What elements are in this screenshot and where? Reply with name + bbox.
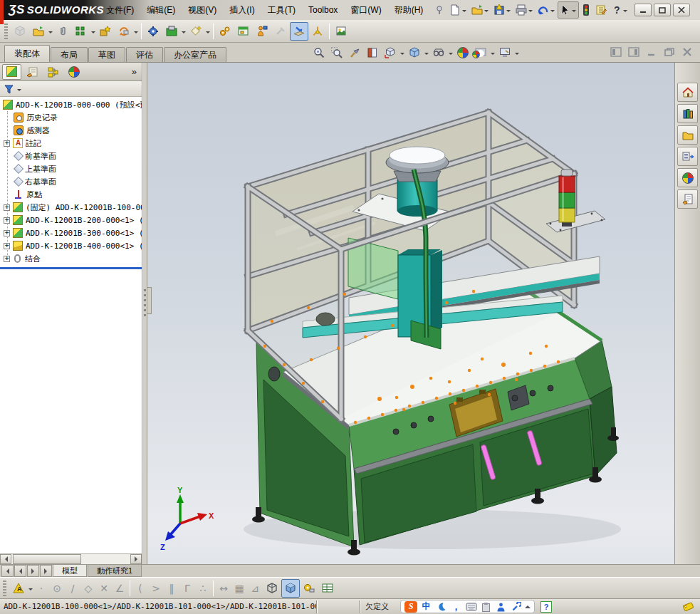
mate-icon[interactable]	[53, 22, 72, 41]
large-design-review-icon[interactable]	[290, 22, 308, 41]
smart-fasteners-icon[interactable]	[96, 22, 115, 41]
propertymanager-tab[interactable]	[23, 64, 42, 80]
ime-menu-arrow-icon[interactable]	[525, 603, 531, 608]
collapse-left-pane-icon[interactable]	[609, 46, 623, 58]
dropdown-arrow-icon[interactable]	[206, 31, 210, 36]
ime-toolbox-wrench-icon[interactable]	[510, 601, 522, 613]
expand-icon[interactable]	[4, 230, 10, 236]
menu-file[interactable]: 文件(F)	[100, 2, 140, 18]
tab-evaluate[interactable]: 评估	[126, 47, 163, 62]
expand-icon[interactable]	[4, 256, 10, 262]
line-icon[interactable]: /	[65, 581, 80, 596]
sketch-tools-icon[interactable]	[271, 22, 290, 41]
tab-sketch[interactable]: 草图	[88, 47, 125, 62]
pin-menu-icon[interactable]	[432, 1, 446, 19]
photoview-icon[interactable]	[332, 22, 350, 41]
dropdown-arrow-icon[interactable]	[515, 53, 519, 57]
trim-icon[interactable]: ✕	[96, 581, 112, 596]
tree-horizontal-scrollbar[interactable]	[0, 553, 142, 564]
statusbar-help-icon[interactable]: ?	[540, 601, 552, 613]
prev-tab-button[interactable]	[14, 565, 26, 577]
more-tabs-chevron[interactable]: »	[132, 66, 140, 77]
tree-item-component-100[interactable]: (固定) ADD-K-12001B-100-00	[0, 201, 142, 214]
dropdown-arrow-icon[interactable]	[623, 10, 627, 14]
zoom-to-area-icon[interactable]	[328, 45, 345, 61]
panel-flyout-tab[interactable]	[147, 287, 152, 314]
view-palette-icon[interactable]	[677, 147, 698, 166]
tab-layout[interactable]: 布局	[51, 47, 88, 62]
assembly-features-icon[interactable]	[144, 22, 162, 41]
reference-geometry-icon[interactable]	[187, 22, 205, 41]
sketch-pattern-icon[interactable]: ∴	[195, 581, 211, 596]
ime-punctuation-icon[interactable]: ，	[450, 601, 462, 613]
zoom-to-fit-icon[interactable]	[310, 45, 328, 61]
first-tab-button[interactable]	[1, 565, 14, 577]
expand-icon[interactable]	[4, 217, 10, 224]
corner-icon[interactable]: Γ	[179, 581, 195, 596]
tree-item-front-plane[interactable]: 前基準面	[0, 150, 142, 162]
dropdown-arrow-icon[interactable]	[449, 53, 453, 57]
linear-component-pattern-icon[interactable]	[72, 22, 90, 41]
grid-icon[interactable]: ▦	[231, 581, 247, 596]
soft-keyboard-icon[interactable]	[465, 601, 477, 613]
appearances-icon[interactable]	[677, 168, 698, 187]
dropdown-arrow-icon[interactable]	[134, 31, 138, 36]
dimension-icon[interactable]: ↔	[216, 581, 231, 596]
measure-icon[interactable]	[300, 579, 318, 598]
toolbar-grip[interactable]	[3, 581, 6, 596]
selection-filter-icon[interactable]	[580, 1, 592, 19]
tree-item-sensors[interactable]: 感测器	[0, 124, 142, 137]
table-icon[interactable]	[318, 579, 337, 598]
menu-edit[interactable]: 编辑(E)	[140, 2, 182, 18]
tree-item-history[interactable]: 历史记录	[0, 111, 142, 124]
shaded-view-icon[interactable]	[281, 579, 300, 598]
menu-tools[interactable]: 工具(T)	[261, 2, 302, 18]
ime-fullwidth-moon-icon[interactable]	[435, 601, 447, 613]
open-button[interactable]	[469, 1, 491, 19]
scrollbar-thumb[interactable]	[13, 554, 81, 564]
interference-detection-icon[interactable]	[253, 22, 271, 41]
previous-view-icon[interactable]	[346, 45, 363, 61]
tab-office-products[interactable]: 办公室产品	[164, 47, 226, 62]
print-button[interactable]	[513, 1, 535, 19]
expand-icon[interactable]	[4, 243, 10, 249]
edit-appearance-icon[interactable]	[454, 45, 471, 61]
close-button[interactable]	[673, 4, 690, 16]
configurationmanager-tab[interactable]	[43, 64, 63, 80]
instant3d-icon[interactable]	[308, 22, 327, 41]
panel-splitter[interactable]	[142, 63, 147, 564]
minimize-button[interactable]	[634, 4, 652, 16]
doc-close-button[interactable]	[680, 46, 694, 58]
move-component-icon[interactable]	[115, 22, 133, 41]
tree-item-root[interactable]: ADD-K-12001B-000-000 (預設<預	[0, 98, 142, 111]
tab-assembly[interactable]: 装配体	[4, 45, 50, 62]
dropdown-arrow-icon[interactable]	[484, 10, 489, 14]
next-tab-button[interactable]	[27, 565, 39, 577]
annotation-button[interactable]	[593, 1, 609, 19]
tree-item-origin[interactable]: 原點	[0, 188, 142, 201]
toolbar-grip[interactable]	[4, 24, 8, 39]
tree-item-top-plane[interactable]: 上基準面	[0, 162, 142, 175]
insert-components-icon[interactable]	[11, 22, 29, 41]
graphics-area[interactable]: Y X Z	[147, 63, 674, 564]
custom-properties-icon[interactable]	[677, 189, 698, 209]
sogou-ime-icon[interactable]: S	[404, 601, 417, 613]
dropdown-arrow-icon[interactable]	[28, 588, 33, 593]
doc-restore-button[interactable]	[662, 46, 677, 58]
restore-button[interactable]	[654, 4, 671, 16]
select-tool-button[interactable]	[558, 1, 579, 19]
dropdown-arrow-icon[interactable]	[48, 31, 53, 36]
view-orientation-icon[interactable]	[382, 45, 399, 61]
menu-insert[interactable]: 插入(I)	[223, 2, 261, 18]
featuremanager-tree-tab[interactable]	[2, 64, 21, 80]
ime-toolbar[interactable]: S 中 ，	[400, 600, 535, 613]
display-style-icon[interactable]	[406, 45, 423, 61]
sketch-warning-icon[interactable]: A	[9, 579, 28, 598]
scroll-right-button[interactable]	[130, 554, 142, 564]
dropdown-arrow-icon[interactable]	[91, 31, 95, 36]
menu-toolbox[interactable]: Toolbox	[302, 2, 344, 18]
point-icon[interactable]: ·	[33, 581, 49, 596]
hide-show-items-icon[interactable]	[430, 45, 447, 61]
displaymanager-tab[interactable]	[64, 64, 83, 80]
apply-scene-icon[interactable]	[472, 45, 489, 61]
